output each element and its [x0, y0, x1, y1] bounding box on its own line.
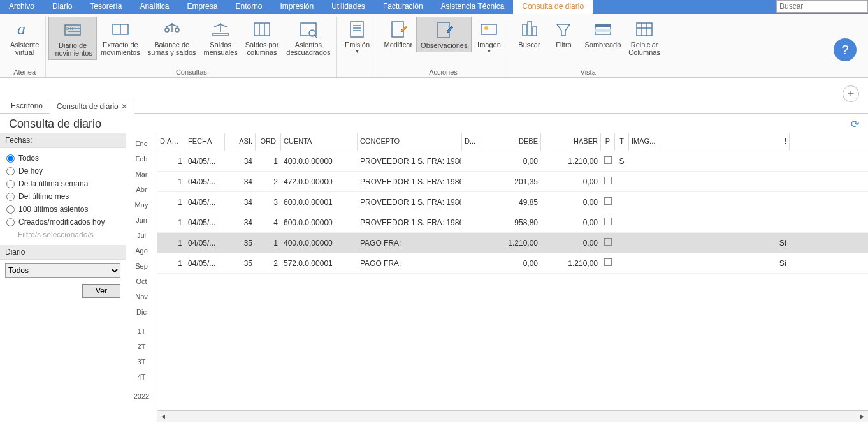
checkbox[interactable] — [604, 238, 612, 246]
radio-input[interactable] — [6, 180, 15, 188]
table-row[interactable]: 104/05/...344600.0.0.00000PROVEEDOR 1 S.… — [157, 212, 868, 233]
month-4t[interactable]: 4T — [126, 369, 157, 385]
checkbox[interactable] — [604, 218, 612, 225]
column-header[interactable]: DEBE — [481, 133, 541, 151]
cell: PROVEEDOR 1 S. FRA: 1986 — [358, 177, 462, 186]
month-nov[interactable]: Nov — [126, 289, 157, 304]
month-ago[interactable]: Ago — [126, 243, 157, 258]
cell: 34 — [225, 177, 256, 186]
month-feb[interactable]: Feb — [126, 151, 157, 167]
menu-archivo[interactable]: Archivo — [0, 0, 43, 14]
column-header[interactable]: HABER — [541, 133, 601, 151]
column-header[interactable]: DIAR... — [157, 133, 185, 151]
scroll-left-icon[interactable]: ◄ — [159, 413, 168, 420]
radio-creados-modificados-hoy[interactable]: Creados/modificados hoy — [6, 216, 119, 228]
column-header[interactable]: CUENTA — [281, 133, 358, 151]
month-jun[interactable]: Jun — [126, 212, 157, 228]
add-icon[interactable]: + — [843, 85, 859, 102]
radio-input[interactable] — [6, 167, 15, 175]
month-may[interactable]: May — [126, 197, 157, 212]
month-2022[interactable]: 2022 — [126, 389, 157, 404]
extracto-movimientos-button[interactable]: Extracto demovimientos — [97, 17, 144, 59]
menu-diario[interactable]: Diario — [43, 0, 81, 14]
month-2t[interactable]: 2T — [126, 339, 157, 354]
column-header[interactable]: IMAG... — [629, 133, 662, 151]
month-1t[interactable]: 1T — [126, 323, 157, 339]
diario-select[interactable]: Todos — [5, 263, 120, 278]
tab-escritorio[interactable]: Escritorio — [4, 99, 50, 113]
column-header[interactable]: ORD. — [256, 133, 281, 151]
column-header[interactable]: T — [615, 133, 629, 151]
month-dic[interactable]: Dic — [126, 304, 157, 320]
filtro-button[interactable]: Filtro — [546, 17, 581, 51]
column-header[interactable]: ! — [662, 133, 790, 151]
checkbox[interactable] — [604, 177, 612, 184]
saldos-columnas-button[interactable]: Saldos porcolumnas — [242, 17, 283, 59]
menu-asistencia-técnica[interactable]: Asistencia Técnica — [432, 0, 514, 14]
svg-point-8 — [165, 28, 169, 32]
column-header[interactable]: D... — [462, 133, 481, 151]
saldos-mensuales-button[interactable]: Saldosmensuales — [200, 17, 242, 59]
checkbox[interactable] — [604, 197, 612, 205]
month-jul[interactable]: Jul — [126, 228, 157, 243]
scroll-right-icon[interactable]: ► — [858, 413, 867, 420]
column-header[interactable]: FECHA — [185, 133, 225, 151]
modificar-button[interactable]: Modificar — [380, 17, 416, 51]
month-oct[interactable]: Oct — [126, 274, 157, 289]
column-header[interactable]: P — [601, 133, 615, 151]
diario-movimientos-button[interactable]: D HDiario demovimientos — [48, 17, 97, 60]
asistente-virtual-button[interactable]: aAsistentevirtual — [6, 17, 43, 59]
month-mar[interactable]: Mar — [126, 167, 157, 182]
table-row[interactable]: 104/05/...352572.0.0.00001PAGO FRA:0,001… — [157, 253, 868, 274]
month-3t[interactable]: 3T — [126, 354, 157, 369]
reiniciar-columnas-button[interactable]: ReiniciarColumnas — [625, 17, 664, 59]
month-abr[interactable]: Abr — [126, 182, 157, 197]
radio-input[interactable] — [6, 205, 15, 214]
menu-entorno[interactable]: Entorno — [226, 0, 271, 14]
sombreado-button[interactable]: Sombreado — [581, 17, 625, 51]
column-header[interactable]: CONCEPTO — [358, 133, 462, 151]
menu-analítica[interactable]: Analítica — [131, 0, 178, 14]
emision-button[interactable]: Emisión▼ — [340, 17, 374, 57]
month-sep[interactable]: Sep — [126, 258, 157, 274]
cell: Sí — [662, 259, 790, 268]
search-box[interactable] — [776, 0, 868, 13]
radio-input[interactable] — [6, 154, 15, 163]
table-row[interactable]: 104/05/...341400.0.0.00000PROVEEDOR 1 S.… — [157, 151, 868, 172]
radio-de-hoy[interactable]: De hoy — [6, 165, 119, 177]
menu-consulta-de-diario[interactable]: Consulta de diario — [513, 0, 593, 14]
balance-sumas-saldos-button[interactable]: Balance desumas y saldos — [144, 17, 200, 59]
cell: 3 — [256, 198, 281, 207]
radio-100-últimos-asientos[interactable]: 100 últimos asientos — [6, 203, 119, 216]
menu-facturación[interactable]: Facturación — [374, 0, 432, 14]
close-icon[interactable]: ✕ — [121, 102, 127, 111]
menu-impresión[interactable]: Impresión — [271, 0, 322, 14]
balance-sumas-saldos-label: Balance desumas y saldos — [148, 41, 196, 56]
checkbox[interactable] — [604, 258, 612, 266]
radio-todos[interactable]: Todos — [6, 152, 119, 165]
help-icon[interactable]: ? — [834, 38, 857, 61]
radio-input[interactable] — [6, 193, 15, 201]
refresh-icon[interactable]: ⟳ — [851, 118, 859, 130]
imagen-button[interactable]: Imagen▼ — [472, 17, 506, 57]
asientos-descuadrados-button[interactable]: Asientosdescuadrados — [282, 17, 334, 59]
cell: 0,00 — [481, 157, 541, 166]
observaciones-button[interactable]: Observaciones — [416, 17, 472, 52]
menu-tesorería[interactable]: Tesorería — [81, 0, 131, 14]
table-row[interactable]: 104/05/...343600.0.0.00001PROVEEDOR 1 S.… — [157, 192, 868, 212]
table-row[interactable]: 104/05/...342472.0.0.00000PROVEEDOR 1 S.… — [157, 172, 868, 192]
search-input[interactable] — [777, 1, 867, 12]
month-ene[interactable]: Ene — [126, 136, 157, 151]
ver-button[interactable]: Ver — [82, 284, 120, 298]
tab-consulta-de-diario[interactable]: Consulta de diario✕ — [50, 100, 134, 114]
radio-del-último-mes[interactable]: Del último mes — [6, 190, 119, 203]
checkbox[interactable] — [604, 156, 612, 164]
menu-empresa[interactable]: Empresa — [178, 0, 226, 14]
column-header[interactable]: ASI. — [225, 133, 256, 151]
horizontal-scrollbar[interactable]: ◄ ► — [157, 410, 868, 422]
menu-utilidades[interactable]: Utilidades — [322, 0, 374, 14]
buscar-button[interactable]: Buscar — [512, 17, 546, 51]
radio-de-la-última-semana[interactable]: De la última semana — [6, 177, 119, 190]
radio-input[interactable] — [6, 218, 15, 226]
table-row[interactable]: 104/05/...351400.0.0.00000PAGO FRA:1.210… — [157, 233, 868, 253]
